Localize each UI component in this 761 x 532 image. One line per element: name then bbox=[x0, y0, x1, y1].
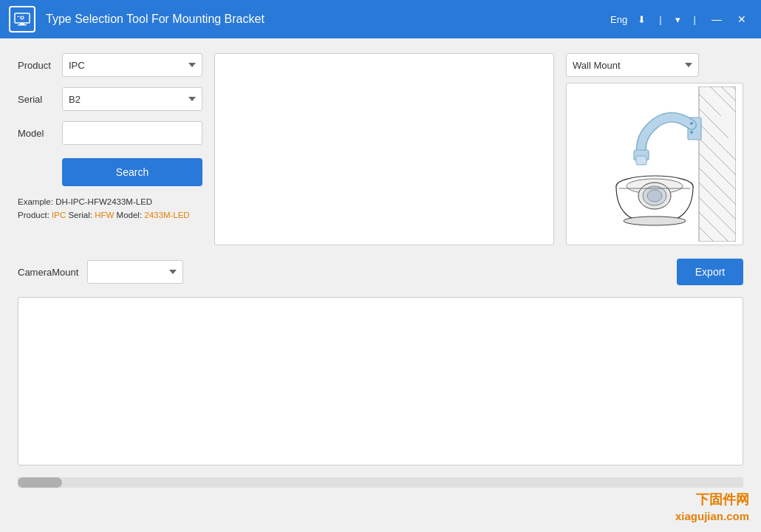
form-panel: Product IPC SD NVR Serial B2 B1 HFW Mode… bbox=[18, 53, 202, 222]
serial-select[interactable]: B2 B1 HFW bbox=[62, 87, 202, 111]
bottom-row: CameraMount Export bbox=[18, 259, 743, 285]
svg-rect-4 bbox=[17, 16, 20, 17]
product-select[interactable]: IPC SD NVR bbox=[62, 53, 202, 77]
mount-select[interactable]: Wall Mount Ceiling Mount Pole Mount bbox=[566, 53, 699, 77]
product-hint: Product: IPC Serial: HFW Model: 2433M-LE… bbox=[18, 208, 202, 222]
svg-point-22 bbox=[690, 122, 693, 125]
svg-rect-21 bbox=[636, 156, 646, 165]
example-hint: Example: DH-IPC-HFW2433M-LED bbox=[18, 195, 202, 208]
svg-point-23 bbox=[690, 131, 693, 134]
model-label: Model bbox=[18, 128, 56, 139]
model-row: Model bbox=[18, 121, 202, 145]
product-row: Product IPC SD NVR bbox=[18, 53, 202, 77]
scrollbar[interactable] bbox=[18, 477, 743, 488]
right-section: Wall Mount Ceiling Mount Pole Mount bbox=[566, 53, 743, 245]
camera-mount-label: CameraMount bbox=[18, 267, 78, 278]
camera-mount-select[interactable] bbox=[87, 260, 183, 284]
serial-label: Serial bbox=[18, 94, 56, 105]
svg-rect-5 bbox=[699, 86, 736, 242]
window-controls: Eng ⬇ | ▾ | — ✕ bbox=[607, 9, 752, 30]
dropdown-icon[interactable]: ▾ bbox=[672, 13, 683, 27]
watermark-line2: xiagujian.com bbox=[675, 509, 749, 524]
search-button[interactable]: Search bbox=[62, 158, 202, 186]
top-row: Product IPC SD NVR Serial B2 B1 HFW Mode… bbox=[18, 53, 743, 245]
main-content: Product IPC SD NVR Serial B2 B1 HFW Mode… bbox=[0, 38, 761, 502]
mount-image-panel bbox=[566, 83, 743, 245]
download-icon[interactable]: ⬇ bbox=[635, 13, 649, 27]
hint-text: Example: DH-IPC-HFW2433M-LED Product: IP… bbox=[18, 195, 202, 222]
mount-select-row: Wall Mount Ceiling Mount Pole Mount bbox=[566, 53, 743, 77]
separator: | bbox=[656, 13, 664, 27]
close-button[interactable]: ✕ bbox=[731, 9, 752, 30]
product-label: Product bbox=[18, 60, 56, 71]
scroll-thumb[interactable] bbox=[18, 477, 62, 488]
list-panel bbox=[214, 53, 554, 245]
separator2: | bbox=[691, 13, 699, 27]
app-icon bbox=[9, 6, 35, 33]
svg-rect-0 bbox=[15, 13, 30, 23]
svg-point-28 bbox=[647, 190, 662, 202]
language-selector[interactable]: Eng bbox=[607, 13, 630, 27]
svg-rect-1 bbox=[20, 23, 24, 24]
model-input[interactable] bbox=[62, 121, 202, 145]
svg-rect-2 bbox=[18, 24, 27, 26]
svg-point-3 bbox=[21, 16, 24, 19]
minimize-button[interactable]: — bbox=[706, 9, 727, 30]
titlebar: Type Selection Tool For Mounting Bracket… bbox=[0, 0, 761, 38]
watermark-line1: 下固件网 bbox=[675, 491, 749, 508]
watermark: 下固件网 xiagujian.com bbox=[675, 491, 749, 523]
serial-row: Serial B2 B1 HFW bbox=[18, 87, 202, 111]
app-title: Type Selection Tool For Mounting Bracket bbox=[46, 13, 607, 26]
export-button[interactable]: Export bbox=[677, 259, 743, 285]
results-area bbox=[18, 297, 743, 466]
svg-point-29 bbox=[624, 216, 686, 225]
